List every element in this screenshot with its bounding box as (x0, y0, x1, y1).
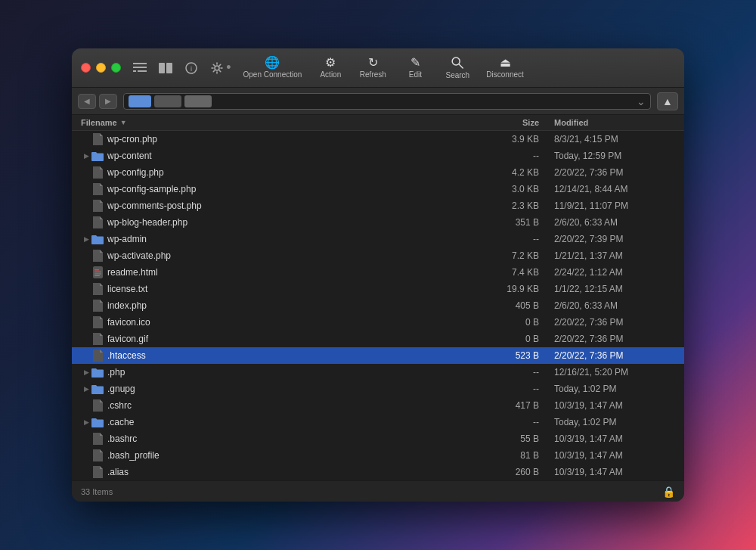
search-button[interactable]: Search (438, 53, 477, 82)
table-row[interactable]: wp-config.php 4.2 KB 2/20/22, 7:36 PM (72, 164, 684, 181)
file-size: 417 B (479, 400, 539, 411)
file-name: wp-config.php (107, 167, 479, 178)
file-size: 523 B (479, 350, 539, 361)
expand-icon[interactable]: ▶ (81, 368, 91, 376)
forward-button[interactable]: ▶ (99, 94, 117, 109)
table-row[interactable]: license.txt 19.9 KB 1/1/22, 12:15 AM (72, 281, 684, 297)
minimize-button[interactable] (96, 63, 106, 73)
table-row[interactable]: favicon.ico 0 B 2/20/22, 7:36 PM (72, 314, 684, 331)
file-type-icon (91, 300, 104, 312)
table-row[interactable]: ▶ wp-content -- Today, 12:59 PM (72, 148, 684, 164)
action-label: Action (320, 70, 341, 79)
main-window: i • 🌐 Open Connection ⚙ Action ↻ (72, 48, 684, 502)
svg-line-10 (459, 64, 463, 68)
disconnect-label: Disconnect (486, 70, 523, 79)
file-name: .cshrc (107, 400, 479, 411)
filename-header: Filename ▼ (81, 118, 479, 127)
table-row[interactable]: .cshrc 417 B 10/3/19, 1:47 AM (72, 397, 684, 414)
file-name: .alias (107, 467, 479, 477)
table-row[interactable]: wp-blog-header.php 351 B 2/6/20, 6:33 AM (72, 214, 684, 231)
file-modified: 2/6/20, 6:33 AM (539, 217, 675, 228)
settings-icon[interactable] (207, 60, 227, 76)
file-size: 0 B (479, 317, 539, 328)
sort-arrow: ▼ (120, 119, 127, 126)
file-type-icon (91, 166, 104, 179)
table-row[interactable]: ▶ .php -- 12/16/21, 5:20 PM (72, 364, 684, 381)
path-dropdown-icon[interactable]: ⌄ (637, 95, 646, 107)
file-size: 0 B (479, 334, 539, 344)
table-row[interactable]: readme.html 7.4 KB 2/24/22, 1:12 AM (72, 264, 684, 281)
file-name: favicon.ico (107, 317, 479, 328)
table-row[interactable]: wp-activate.php 7.2 KB 1/21/21, 1:37 AM (72, 247, 684, 264)
file-type-icon (91, 150, 104, 162)
table-row[interactable]: ▶ wp-admin -- 2/20/22, 7:39 PM (72, 231, 684, 247)
disconnect-button[interactable]: ⏏ Disconnect (480, 54, 529, 82)
expand-icon[interactable]: ▶ (81, 152, 91, 160)
path-segment-1[interactable] (129, 95, 151, 107)
table-row[interactable]: .htaccess 523 B 2/20/22, 7:36 PM (72, 347, 684, 364)
svg-rect-1 (133, 67, 147, 68)
table-row[interactable]: .alias 260 B 10/3/19, 1:47 AM (72, 464, 684, 480)
info-icon[interactable]: i (181, 60, 201, 76)
list-view-icon[interactable] (130, 60, 150, 76)
expand-icon[interactable]: ▶ (81, 418, 91, 426)
file-modified: 10/3/19, 1:47 AM (539, 433, 675, 444)
expand-icon[interactable]: ▶ (81, 385, 91, 393)
file-size: 2.3 KB (479, 200, 539, 211)
file-size: 405 B (479, 300, 539, 311)
file-size: 351 B (479, 217, 539, 228)
path-segment-2[interactable] (154, 95, 181, 107)
table-row[interactable]: .bashrc 55 B 10/3/19, 1:47 AM (72, 430, 684, 447)
file-name: license.txt (107, 284, 479, 294)
file-type-icon (91, 266, 104, 278)
action-button[interactable]: ⚙ Action (311, 54, 350, 82)
file-modified: 2/6/20, 6:33 AM (539, 300, 675, 311)
path-bar[interactable]: ⌄ (123, 93, 651, 110)
file-modified: 10/3/19, 1:47 AM (539, 467, 675, 477)
file-modified: 1/21/21, 1:37 AM (539, 250, 675, 261)
file-name: .bashrc (107, 433, 479, 444)
table-row[interactable]: wp-config-sample.php 3.0 KB 12/14/21, 8:… (72, 181, 684, 197)
table-row[interactable]: ▶ .gnupg -- Today, 1:02 PM (72, 381, 684, 397)
edit-icon: ✎ (411, 57, 420, 69)
file-size: -- (479, 367, 539, 378)
expand-icon[interactable]: ▶ (81, 235, 91, 243)
svg-rect-3 (138, 70, 147, 72)
file-size: 4.2 KB (479, 167, 539, 178)
file-name: wp-comments-post.php (107, 200, 479, 211)
search-label: Search (446, 71, 470, 79)
file-type-icon (91, 250, 104, 262)
back-button[interactable]: ◀ (78, 94, 96, 109)
disconnect-icon: ⏏ (500, 57, 511, 69)
file-modified: 10/3/19, 1:47 AM (539, 450, 675, 461)
table-row[interactable]: favicon.gif 0 B 2/20/22, 7:36 PM (72, 331, 684, 347)
up-button[interactable]: ▲ (657, 92, 678, 110)
file-type-icon (91, 233, 104, 245)
file-name: .htaccess (107, 350, 479, 361)
file-modified: 2/20/22, 7:36 PM (539, 317, 675, 328)
open-connection-button[interactable]: 🌐 Open Connection (237, 54, 308, 82)
maximize-button[interactable] (111, 63, 121, 73)
file-type-icon (91, 383, 104, 395)
table-row[interactable]: wp-cron.php 3.9 KB 8/3/21, 4:15 PM (72, 131, 684, 148)
column-view-icon[interactable] (156, 60, 175, 76)
file-name: readme.html (107, 267, 479, 278)
file-modified: 2/24/22, 1:12 AM (539, 267, 675, 278)
table-row[interactable]: index.php 405 B 2/6/20, 6:33 AM (72, 297, 684, 314)
table-row[interactable]: ▶ .cache -- Today, 1:02 PM (72, 414, 684, 430)
svg-rect-0 (133, 63, 147, 64)
path-segment-3[interactable] (184, 95, 212, 107)
file-modified: 2/20/22, 7:39 PM (539, 234, 675, 244)
svg-rect-5 (166, 63, 172, 73)
action-icon: ⚙ (325, 57, 336, 69)
edit-button[interactable]: ✎ Edit (395, 54, 435, 82)
search-icon (451, 56, 464, 70)
file-name: .cache (107, 417, 479, 427)
refresh-label: Refresh (360, 70, 386, 79)
lock-icon: 🔒 (662, 486, 675, 498)
close-button[interactable] (81, 63, 91, 73)
file-list[interactable]: Filename ▼ Size Modified wp-cron.php 3.9… (72, 115, 684, 480)
table-row[interactable]: .bash_profile 81 B 10/3/19, 1:47 AM (72, 447, 684, 464)
table-row[interactable]: wp-comments-post.php 2.3 KB 11/9/21, 11:… (72, 197, 684, 214)
refresh-button[interactable]: ↻ Refresh (353, 54, 392, 82)
